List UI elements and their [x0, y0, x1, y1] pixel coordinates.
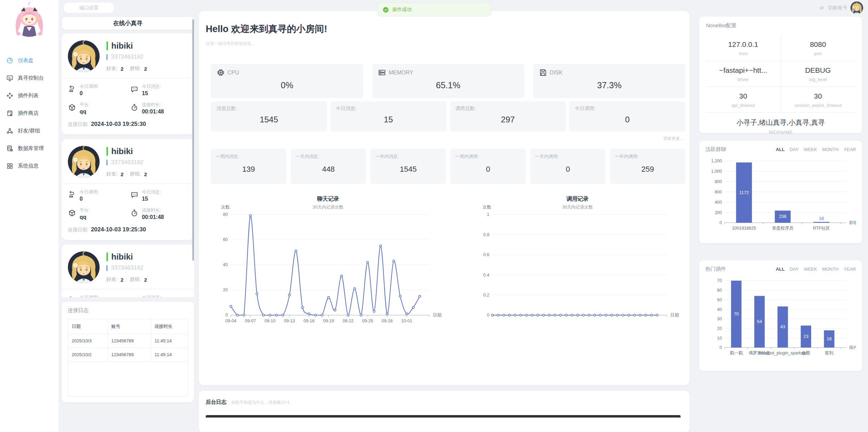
svg-text:09-25: 09-25 — [362, 319, 373, 323]
svg-text:签到: 签到 — [825, 351, 834, 355]
svg-text:18: 18 — [827, 336, 831, 341]
card-value: 65.1% — [378, 80, 519, 90]
nickname-label: NICKNAME — [706, 130, 855, 135]
card-value: 0% — [216, 80, 358, 90]
return-icon — [68, 296, 76, 297]
cpu-icon — [216, 68, 225, 77]
disk-icon — [539, 68, 547, 77]
sidebar: 仪表盘真寻控制台插件列表插件商店好友/群组数据库管理系统信息 — [0, 0, 59, 432]
bot-list: hibiki3373463162好友:2群组:2今日调用:0今日消息:15平台:… — [62, 33, 194, 297]
bot-stat-value: 15 — [142, 196, 161, 202]
bot-stat-label: 连接时长: — [142, 102, 164, 108]
svg-text:30天内记录次数: 30天内记录次数 — [562, 205, 593, 210]
card-value: 1545 — [216, 115, 321, 124]
call-records-chart: 调用记录30天内记录次数次数00.20.40.60.81日期 — [472, 192, 683, 331]
bot-avatar — [68, 40, 100, 72]
database-icon — [6, 145, 13, 152]
tab-month[interactable]: MONTH — [822, 267, 839, 272]
memory-icon — [378, 68, 386, 77]
svg-text:80: 80 — [223, 212, 228, 217]
period-stat-card: 一周内调用:0 — [450, 149, 526, 184]
page: 仪表盘真寻控制台插件列表插件商店好友/群组数据库管理系统信息 端口设置 在线小真… — [0, 0, 868, 432]
sidebar-item-2[interactable]: 插件列表 — [0, 87, 59, 104]
card-value: 259 — [615, 165, 681, 174]
bot-list-scrollbar[interactable] — [192, 19, 194, 261]
cube-icon — [68, 209, 76, 217]
log-column-header: 账号 — [108, 319, 151, 334]
port-settings-button[interactable]: 端口设置 — [63, 2, 115, 13]
stat-card: 今日调用:0 — [569, 101, 685, 132]
period-stat-card: 一年内调用:259 — [610, 149, 685, 184]
switch-account[interactable]: 切换账号 — [819, 1, 863, 14]
period-stat-card: 一月内调用:0 — [530, 149, 606, 184]
sidebar-item-3[interactable]: 插件商店 — [0, 104, 59, 122]
period-stat-card: 一年内消息:1545 — [370, 149, 446, 184]
tab-day[interactable]: DAY — [790, 267, 799, 272]
sidebar-item-1[interactable]: 真寻控制台 — [0, 69, 59, 87]
tab-month[interactable]: MONTH — [822, 147, 839, 152]
hot-plugins-card: 热门插件 ALLDAYWEEKMONTHYEAR 010203040506070… — [699, 260, 862, 371]
tab-all[interactable]: ALL — [776, 147, 785, 152]
bot-stat-label: 今日消息: — [142, 294, 161, 297]
toast-message: 操作成功 — [392, 7, 412, 13]
return-icon — [68, 85, 76, 93]
bot-id: 3373463162 — [111, 53, 144, 60]
user-avatar[interactable] — [850, 1, 863, 14]
svg-text:60: 60 — [223, 237, 228, 242]
store-icon — [6, 110, 13, 117]
card-value: 37.3% — [539, 80, 680, 90]
sidebar-item-6[interactable]: 系统信息 — [0, 157, 59, 175]
card-value: 448 — [296, 165, 361, 174]
bot-name: hibiki — [111, 252, 133, 262]
view-more-link[interactable]: 查看更多... — [206, 136, 683, 142]
svg-text:09-04: 09-04 — [225, 319, 236, 323]
bot-stat-value: 00:01:48 — [142, 109, 164, 115]
svg-text:50: 50 — [717, 298, 722, 302]
svg-text:10: 10 — [717, 336, 722, 341]
bot-connect-date: 连接日期:2024-10-03 19:25:30 — [68, 226, 188, 233]
bot-id: 3373463162 — [111, 159, 144, 166]
comment-icon — [130, 191, 139, 199]
tab-year[interactable]: YEAR — [844, 267, 856, 272]
bot-card[interactable]: hibiki3373463162好友:2群组:2今日调用:0今日消息:15平台:… — [62, 244, 194, 297]
config-cell-host: 127.0.0.1host — [706, 35, 781, 61]
comment-icon — [130, 85, 139, 93]
bot-card[interactable]: hibiki3373463162好友:2群组:2今日调用:0今日消息:15平台:… — [62, 33, 194, 134]
sidebar-item-0[interactable]: 仪表盘 — [0, 52, 59, 69]
bot-stat-label: 今日消息: — [142, 189, 161, 195]
bot-stat-value: 00:01:48 — [142, 214, 164, 220]
svg-text:09-13: 09-13 — [284, 319, 295, 323]
config-cell-log_level: DEBUGlog_level — [781, 61, 856, 87]
tab-year[interactable]: YEAR — [844, 147, 856, 152]
svg-text:09-16: 09-16 — [304, 319, 315, 323]
svg-text:0.2: 0.2 — [483, 293, 489, 298]
bot-name: hibiki — [111, 41, 133, 51]
backend-log-subtitle: 虽然不知道为什么，但是视力+1 — [231, 400, 290, 405]
active-groups-card: 活跃群聊 ALLDAYWEEKMONTHYEAR 02004006008001,… — [699, 141, 862, 243]
config-value: 127.0.0.1 — [709, 40, 778, 49]
bot-stat: 今日调用:0 — [68, 189, 130, 202]
tab-day[interactable]: DAY — [790, 147, 799, 152]
log-table-row: 2025/10/212345678911:45:14 — [68, 348, 187, 362]
tab-week[interactable]: WEEK — [804, 147, 817, 152]
sidebar-item-label: 插件商店 — [18, 110, 39, 117]
sidebar-menu: 仪表盘真寻控制台插件列表插件商店好友/群组数据库管理系统信息 — [0, 52, 59, 175]
card-value: 139 — [216, 165, 282, 174]
bot-card[interactable]: hibiki3373463162好友:2群组:2今日调用:0今日消息:15平台:… — [62, 139, 194, 240]
bot-stat: 连接时长:00:01:48 — [130, 207, 188, 220]
tab-week[interactable]: WEEK — [804, 267, 817, 272]
backend-log-title: 后台日志 — [206, 399, 226, 405]
sidebar-item-label: 好友/群组 — [18, 128, 40, 134]
active-groups-tabs: ALLDAYWEEKMONTHYEAR — [776, 147, 856, 152]
tab-all[interactable]: ALL — [776, 267, 785, 272]
card-label: 一年内调用: — [615, 153, 681, 160]
friends-icon — [6, 127, 13, 134]
bot-stat-value: qq — [80, 109, 90, 115]
sidebar-item-4[interactable]: 好友/群组 — [0, 122, 59, 140]
sidebar-item-5[interactable]: 数据库管理 — [0, 140, 59, 157]
bot-panel: 端口设置 在线小真寻 hibiki3373463162好友:2群组:2今日调用:… — [62, 0, 194, 432]
config-label: log_level — [784, 77, 853, 82]
online-indicator-bar — [106, 252, 108, 261]
bot-id: 3373463162 — [111, 264, 144, 271]
card-label: 一周内消息: — [216, 153, 282, 160]
